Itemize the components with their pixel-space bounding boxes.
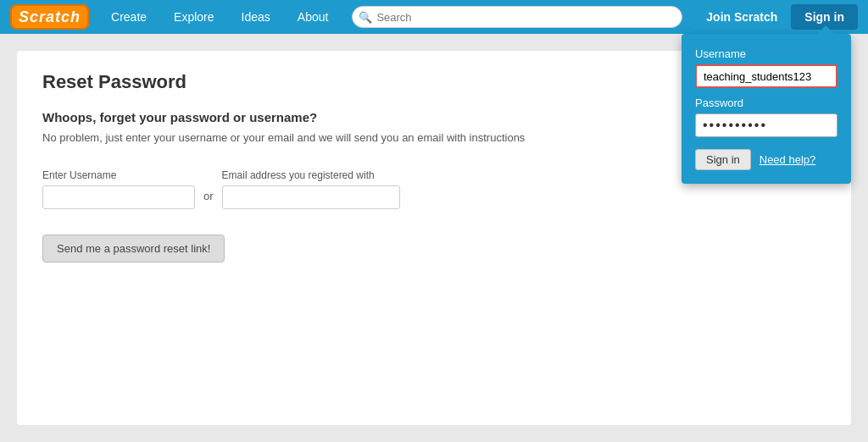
dropdown-username-label: Username (695, 47, 837, 60)
nav-ideas[interactable]: Ideas (228, 0, 284, 34)
nav-create[interactable]: Create (97, 0, 160, 34)
dropdown-signin-button[interactable]: Sign in (695, 149, 751, 170)
search-input[interactable] (352, 6, 682, 28)
page-wrapper: Reset Password Whoops, forget your passw… (0, 34, 868, 442)
nav-about[interactable]: About (284, 0, 342, 34)
scratch-logo[interactable]: Scratch (10, 4, 89, 30)
search-area: 🔍 (352, 6, 682, 28)
navbar: Scratch Create Explore Ideas About 🔍 Joi… (0, 0, 868, 34)
logo-area: Scratch (10, 8, 89, 26)
signin-dropdown: Username Password Sign in Need help? (682, 34, 851, 184)
dropdown-password-input[interactable] (695, 113, 837, 137)
username-input[interactable] (42, 185, 195, 209)
username-label: Enter Username (42, 169, 195, 181)
nav-links: Create Explore Ideas About (97, 0, 342, 34)
dropdown-password-label: Password (695, 97, 837, 109)
dropdown-username-input[interactable] (695, 64, 837, 88)
username-group: Enter Username (42, 169, 195, 209)
email-input[interactable] (222, 185, 400, 209)
reset-button[interactable]: Send me a password reset link! (42, 235, 225, 262)
or-separator: or (203, 190, 214, 202)
email-label: Email address you registered with (222, 169, 400, 181)
join-scratch-link[interactable]: Join Scratch (693, 10, 791, 24)
email-group: Email address you registered with (222, 169, 400, 209)
nav-explore[interactable]: Explore (160, 0, 227, 34)
dropdown-actions: Sign in Need help? (695, 149, 837, 170)
need-help-link[interactable]: Need help? (760, 153, 816, 166)
